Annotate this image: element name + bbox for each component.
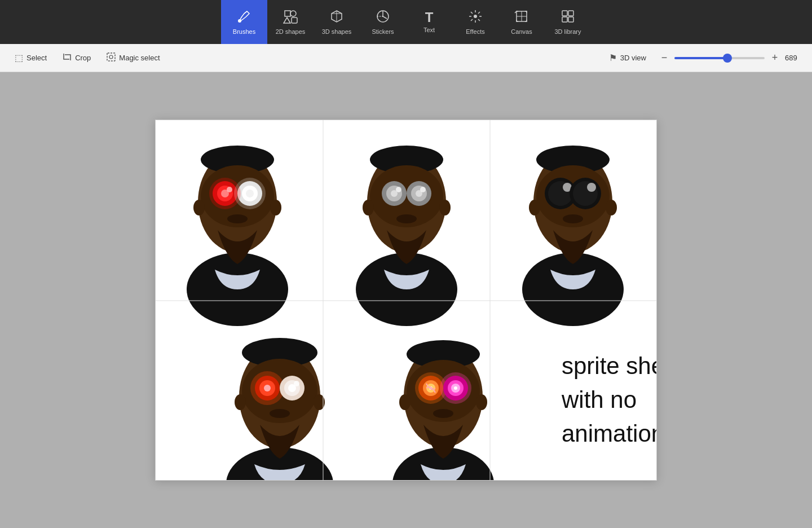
tool-text[interactable]: T Text [406, 0, 452, 44]
zoom-out-button[interactable]: − [657, 51, 671, 65]
svg-point-82 [264, 385, 271, 391]
svg-rect-25 [568, 17, 573, 22]
sprite-sheet-svg: sprite sheet with no animation [156, 120, 657, 481]
canvas-label: Canvas [511, 28, 532, 35]
svg-point-33 [227, 214, 248, 223]
zoom-control: − + 689 [657, 51, 805, 65]
tool-stickers[interactable]: Stickers [360, 0, 406, 44]
svg-line-16 [478, 19, 480, 21]
svg-point-43 [193, 200, 205, 215]
svg-rect-22 [562, 11, 567, 16]
svg-point-72 [606, 200, 617, 215]
brushes-icon [237, 9, 251, 26]
svg-point-71 [529, 200, 540, 215]
svg-point-27 [109, 55, 113, 59]
svg-point-42 [234, 178, 266, 209]
text-icon: T [425, 11, 434, 24]
svg-rect-23 [568, 11, 573, 16]
stickers-label: Stickers [372, 28, 394, 35]
main-toolbar: Brushes 2D shapes 3D shapes [0, 0, 812, 44]
view-3d-button[interactable]: ⚑ 3D view [603, 50, 652, 66]
magic-select-icon [107, 52, 116, 64]
text-label: Text [423, 27, 435, 33]
svg-point-58 [363, 200, 374, 215]
zoom-value: 689 [785, 54, 805, 62]
svg-text:with no: with no [561, 386, 637, 413]
crop-label: Crop [75, 54, 91, 62]
svg-point-86 [294, 381, 299, 386]
tool-canvas[interactable]: Canvas [498, 0, 545, 44]
svg-point-56 [396, 187, 401, 192]
magic-select-button[interactable]: Magic select [99, 49, 167, 67]
svg-point-87 [235, 394, 246, 410]
select-button[interactable]: ⬚ Select [7, 49, 55, 67]
svg-point-78 [270, 409, 290, 418]
svg-rect-24 [562, 17, 567, 22]
svg-point-93 [433, 409, 453, 418]
toolbar-right: ⚑ 3D view − + 689 [603, 50, 805, 66]
svg-rect-5 [292, 17, 297, 23]
painting-canvas[interactable]: sprite sheet with no animation [155, 120, 657, 481]
svg-line-15 [471, 12, 473, 14]
2d-shapes-label: 2D shapes [276, 28, 306, 35]
svg-point-10 [474, 15, 477, 18]
svg-point-57 [420, 187, 426, 192]
svg-line-18 [471, 19, 473, 21]
svg-text:sprite sheet: sprite sheet [562, 353, 657, 379]
crop-button[interactable]: Crop [55, 49, 99, 67]
svg-rect-2 [285, 11, 290, 16]
tool-brushes[interactable]: Brushes [221, 0, 267, 44]
tool-effects[interactable]: Effects [452, 0, 498, 44]
canvas-icon [514, 9, 529, 26]
effects-label: Effects [466, 28, 484, 35]
svg-point-49 [396, 214, 417, 223]
stickers-icon [376, 9, 390, 26]
secondary-toolbar: ⬚ Select Crop Magic select ⚑ 3D view − [0, 44, 812, 72]
view-3d-label: 3D view [620, 54, 646, 62]
tool-3d-library[interactable]: 3D library [545, 0, 591, 44]
svg-point-3 [290, 11, 296, 16]
svg-text:animation: animation [562, 420, 657, 447]
svg-point-0 [238, 19, 241, 23]
zoom-slider[interactable] [674, 57, 765, 59]
svg-marker-4 [284, 17, 290, 23]
2d-shapes-icon [283, 9, 298, 26]
flag-icon: ⚑ [609, 52, 617, 63]
zoom-in-button[interactable]: + [768, 51, 782, 65]
svg-point-44 [270, 200, 281, 215]
select-icon: ⬚ [15, 52, 23, 63]
svg-point-104 [399, 394, 411, 410]
effects-icon [468, 9, 483, 26]
svg-rect-26 [107, 53, 115, 61]
tool-3d-shapes[interactable]: 3D shapes [314, 0, 360, 44]
svg-point-59 [439, 200, 451, 215]
magic-select-label: Magic select [119, 54, 160, 62]
svg-line-1 [244, 11, 247, 14]
3d-shapes-label: 3D shapes [322, 28, 352, 35]
svg-point-64 [563, 214, 583, 223]
canvas-area: sprite sheet with no animation [0, 72, 812, 528]
tool-2d-shapes[interactable]: 2D shapes [267, 0, 314, 44]
3d-library-icon [561, 9, 575, 26]
svg-point-103 [454, 386, 457, 390]
crop-icon [63, 52, 72, 64]
select-label: Select [27, 54, 47, 62]
brushes-label: Brushes [233, 28, 255, 35]
svg-line-17 [478, 12, 480, 14]
svg-point-105 [476, 394, 487, 410]
svg-point-70 [587, 183, 596, 192]
3d-library-label: 3D library [554, 28, 581, 35]
3d-shapes-icon [329, 9, 344, 26]
